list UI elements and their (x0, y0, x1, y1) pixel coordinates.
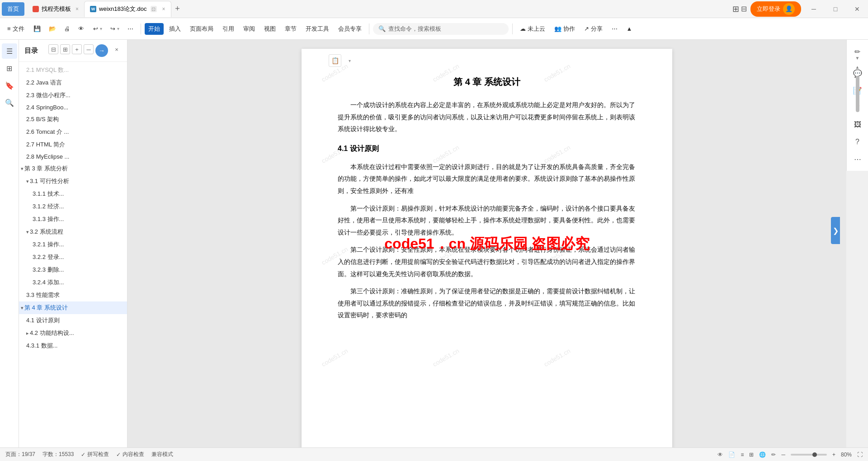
zoom-thumb[interactable] (812, 452, 817, 457)
toc-item-bs[interactable]: 2.5 B/S 架构 (19, 113, 127, 126)
toc-ch4-text: 第 4 章 系统设计 (24, 304, 68, 312)
view-focus-button[interactable]: ⊞ (749, 452, 754, 458)
doc-clipboard-button[interactable]: 📋 (329, 54, 341, 67)
more-undo-button[interactable]: ⋯ (124, 24, 137, 34)
undo-button[interactable]: ↩ ▾ (90, 24, 106, 34)
toc-item-4-2[interactable]: ▸ 4.2 功能结构设... (19, 327, 127, 339)
sidebar-collapse-all-button[interactable]: ⊟ (48, 44, 58, 54)
mode-start-button[interactable]: 开始 (145, 23, 164, 35)
toc-item-spring[interactable]: 2.4 SpringBoo... (19, 102, 127, 113)
mode-layout-button[interactable]: 页面布局 (186, 23, 217, 35)
toc-item-3-2-3[interactable]: 3.2.3 删除... (19, 263, 127, 276)
layout-split-icon[interactable]: ⊞ (732, 4, 739, 14)
sidebar-add-button[interactable]: + (72, 44, 82, 54)
toc-item-3-1[interactable]: ▾ 3.1 可行性分析 (19, 175, 127, 188)
sidebar-nav-circle[interactable]: → (95, 44, 108, 57)
sidebar-close-button[interactable]: × (112, 44, 122, 54)
toc-item-4-1[interactable]: 4.1 设计原则 (19, 314, 127, 327)
mode-ref-button[interactable]: 引用 (219, 23, 238, 35)
view-globe-button[interactable]: 🌐 (759, 452, 766, 458)
toc-item-3-1-2[interactable]: 3.1.2 经济... (19, 200, 127, 213)
scroll-down-button[interactable]: ▼ (854, 53, 861, 62)
maximize-button[interactable]: □ (826, 0, 844, 18)
undo-dropdown[interactable]: ▾ (100, 26, 102, 31)
right-help-button[interactable]: ? (849, 134, 866, 150)
tab-template[interactable]: 找程壳模板 × (27, 1, 84, 17)
mode-insert-button[interactable]: 插入 (165, 23, 184, 35)
zoom-out-button[interactable]: ─ (781, 452, 785, 458)
tab-add-button[interactable]: + (171, 3, 184, 15)
tab-doc-resize[interactable]: ⊡ (151, 6, 157, 12)
login-button[interactable]: 立即登录 👤 (750, 1, 801, 17)
toc-item-eclipse[interactable]: 2.8 MyEclipse ... (19, 151, 127, 162)
float-right-button[interactable]: ❯ (831, 217, 840, 244)
toc-item-3-1-1[interactable]: 3.1.1 技术... (19, 188, 127, 200)
page-count[interactable]: 页面：19/37 (5, 451, 35, 458)
content-check[interactable]: ✓ 内容检查 (116, 451, 144, 458)
word-count[interactable]: 字数：15533 (42, 451, 74, 458)
view-print-icon: 📄 (728, 452, 735, 458)
toc-item-3-2-4[interactable]: 3.2.4 添加... (19, 276, 127, 289)
sidebar-expand-all-button[interactable]: ⊞ (60, 44, 70, 54)
redo-button[interactable]: ↪ ▾ (107, 24, 123, 34)
mode-view-button[interactable]: 视图 (260, 23, 279, 35)
more-toolbar-button[interactable]: ⋯ (608, 24, 621, 34)
file-menu-button[interactable]: ≡ 文件 (4, 23, 28, 35)
toolbar-collapse-button[interactable]: ▲ (623, 24, 636, 34)
tab-doc-close[interactable]: × (162, 6, 165, 12)
rail-bookmark-button[interactable]: 🔖 (2, 78, 17, 93)
view-print-button[interactable]: 📄 (728, 452, 735, 458)
view-edit-button[interactable]: ✏ (771, 452, 776, 458)
toc-item-3-3[interactable]: 3.3 性能需求 (19, 289, 127, 301)
mode-review-button[interactable]: 审阅 (240, 23, 259, 35)
zoom-in-button[interactable]: + (832, 452, 835, 458)
toc-item-3-2-1[interactable]: 3.2.1 操作... (19, 238, 127, 251)
scroll-thumb[interactable] (856, 76, 859, 112)
toc-item-tomcat[interactable]: 2.6 Tomcat 介 ... (19, 126, 127, 138)
mode-chapter-button[interactable]: 章节 (281, 23, 300, 35)
layout-grid-icon[interactable]: ⊟ (741, 5, 747, 13)
view-read-button[interactable]: 👁 (717, 452, 723, 458)
toc-item-4-3-1[interactable]: 4.3.1 数据... (19, 339, 127, 352)
toc-item-top[interactable]: 2.1 MYSQL 数... (19, 64, 127, 76)
tab-template-close[interactable]: × (75, 6, 79, 12)
tab-doc[interactable]: W weixn183论文.doc ⊡ × (84, 1, 171, 17)
toc-item-3-2[interactable]: ▾ 3.2 系统流程 (19, 226, 127, 238)
mode-member-button[interactable]: 会员专享 (335, 23, 365, 35)
open-button[interactable]: 📂 (45, 24, 60, 34)
print-button[interactable]: 🖨 (61, 24, 74, 34)
search-icon: 🔍 (378, 25, 386, 32)
view-web-button[interactable]: ≡ (741, 452, 744, 458)
toc-item-3-1-3[interactable]: 3.1.3 操作... (19, 213, 127, 226)
rail-outline-button[interactable]: ⊞ (2, 61, 17, 76)
scroll-up-button[interactable]: ▲ (854, 62, 861, 71)
zoom-slider[interactable] (791, 454, 827, 456)
rail-search-button[interactable]: 🔍 (2, 95, 17, 110)
search-bar[interactable]: 🔍 查找命令，搜索模板 (373, 23, 509, 35)
zoom-level[interactable]: 80% (841, 452, 852, 458)
mode-devtools-button[interactable]: 开发工具 (302, 23, 333, 35)
preview-button[interactable]: 👁 (75, 24, 88, 34)
toc-item-java[interactable]: 2.2 Java 语言 (19, 76, 127, 89)
minimize-button[interactable]: ─ (805, 0, 823, 18)
spell-check[interactable]: ✓ 拼写检查 (81, 451, 109, 458)
fullscreen-button[interactable]: ⛶ (857, 452, 863, 458)
collab-button[interactable]: 👥 协作 (551, 23, 579, 35)
doc-dropdown[interactable]: ▾ (343, 54, 356, 67)
right-image-button[interactable]: 🖼 (849, 117, 866, 133)
toc-item-3-2-2[interactable]: 3.2.2 登录... (19, 251, 127, 263)
redo-dropdown[interactable]: ▾ (117, 26, 119, 31)
save-button[interactable]: 💾 (30, 24, 44, 34)
close-button[interactable]: ✕ (848, 0, 866, 18)
share-button[interactable]: ↗ 分享 (580, 23, 606, 35)
toc-item-ch3[interactable]: ▾ 第 3 章 系统分析 (19, 162, 127, 175)
tab-home[interactable]: 首页 (2, 2, 24, 16)
toc-item-ch4[interactable]: ▾ 第 4 章 系统设计 (19, 301, 127, 314)
toc-item-html[interactable]: 2.7 HTML 简介 (19, 138, 127, 151)
cloud-button[interactable]: ☁ 未上云 (516, 23, 549, 35)
rail-toc-button[interactable]: ☰ (2, 43, 17, 59)
undo-group: ↩ ▾ ↪ ▾ ⋯ (90, 24, 137, 34)
toc-item-wechat[interactable]: 2.3 微信小程序... (19, 89, 127, 102)
sidebar-remove-button[interactable]: ─ (84, 44, 94, 54)
right-more-button[interactable]: ⋯ (849, 151, 866, 167)
